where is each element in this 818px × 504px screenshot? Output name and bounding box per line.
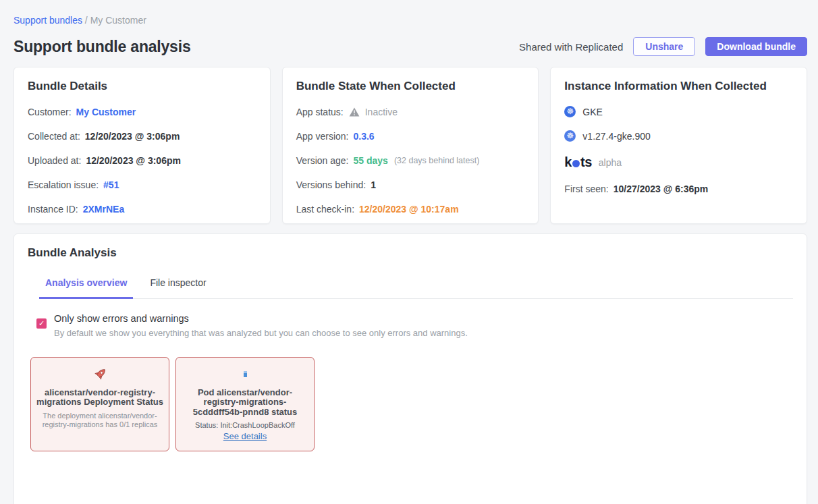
app-status-label: App status: bbox=[296, 107, 344, 117]
instance-id-label: Instance ID: bbox=[28, 204, 78, 215]
unshare-button[interactable]: Unshare bbox=[633, 37, 695, 56]
versions-behind-row: Versions behind: 1 bbox=[296, 179, 525, 190]
bundle-details-title: Bundle Details bbox=[28, 80, 256, 93]
k8s-version-value: v1.27.4-gke.900 bbox=[582, 131, 650, 142]
tab-file-inspector[interactable]: File inspector bbox=[144, 277, 212, 298]
page-header: Support bundle analysis Shared with Repl… bbox=[13, 37, 807, 56]
instance-info-card: Instance Information When Collected ☸ GK… bbox=[550, 67, 807, 224]
escalation-issue-link[interactable]: #51 bbox=[103, 179, 119, 190]
instance-id-row: Instance ID: 2XMrNEa bbox=[28, 204, 256, 215]
result-description: The deployment alicenstar/vendor-registr… bbox=[36, 412, 163, 429]
app-version-row: App version: 0.3.6 bbox=[296, 131, 525, 142]
analysis-results: alicenstar/vendor-registry-migrations De… bbox=[30, 357, 793, 451]
instance-id-link[interactable]: 2XMrNEa bbox=[83, 204, 124, 215]
app-status-value: Inactive bbox=[365, 107, 398, 117]
see-details-link[interactable]: See details bbox=[223, 431, 267, 441]
filter-description: By default we show you everything that w… bbox=[54, 328, 468, 338]
result-title: alicenstar/vendor-registry-migrations De… bbox=[36, 388, 163, 408]
k8s-version-row: ☸ v1.27.4-gke.900 bbox=[564, 130, 793, 142]
shared-status-text: Shared with Replicated bbox=[519, 41, 623, 53]
app-version-label: App version: bbox=[296, 131, 349, 142]
kots-logo: kts bbox=[564, 155, 591, 170]
collected-at-row: Collected at: 12/20/2023 @ 3:06pm bbox=[28, 131, 256, 142]
header-actions: Shared with Replicated Unshare Download … bbox=[519, 37, 807, 56]
escalation-issue-label: Escalation issue: bbox=[28, 179, 99, 190]
customer-row: Customer: My Customer bbox=[28, 107, 256, 117]
result-title: Pod alicenstar/vendor-registry-migration… bbox=[182, 388, 308, 417]
collected-at-label: Collected at: bbox=[28, 131, 80, 142]
distribution-value: GKE bbox=[582, 107, 603, 117]
version-age-value: 55 days bbox=[354, 155, 388, 166]
kots-logo-k: k bbox=[564, 155, 572, 170]
kubernetes-icon: ☸ bbox=[564, 130, 576, 142]
first-seen-label: First seen: bbox=[564, 184, 608, 194]
last-checkin-row: Last check-in: 12/20/2023 @ 10:17am bbox=[296, 204, 525, 215]
app-status-row: App status: Inactive bbox=[296, 107, 525, 117]
filter-text: Only show errors and warnings By default… bbox=[54, 313, 468, 338]
version-age-label: Version age: bbox=[296, 155, 349, 166]
breadcrumb-current: My Customer bbox=[90, 15, 146, 26]
bundle-state-title: Bundle State When Collected bbox=[296, 80, 525, 93]
image-placeholder-icon bbox=[182, 366, 308, 382]
uploaded-at-value: 12/20/2023 @ 3:06pm bbox=[86, 155, 181, 166]
only-errors-checkbox[interactable]: ✓ bbox=[36, 318, 47, 329]
kots-version-row: kts alpha bbox=[564, 155, 793, 170]
versions-behind-value: 1 bbox=[371, 179, 376, 190]
versions-behind-label: Versions behind: bbox=[296, 179, 366, 190]
bundle-state-card: Bundle State When Collected App status: … bbox=[282, 67, 539, 224]
analysis-tabs: Analysis overview File inspector bbox=[39, 277, 793, 299]
breadcrumb: Support bundles / My Customer bbox=[13, 13, 807, 26]
kots-version-value: alpha bbox=[599, 157, 622, 168]
result-status: Status: Init:CrashLoopBackOff bbox=[182, 421, 308, 429]
bundle-analysis-card: Bundle Analysis Analysis overview File i… bbox=[13, 233, 807, 504]
distribution-row: ☸ GKE bbox=[564, 106, 793, 117]
uploaded-at-row: Uploaded at: 12/20/2023 @ 3:06pm bbox=[28, 155, 256, 166]
page-title: Support bundle analysis bbox=[13, 38, 191, 56]
first-seen-value: 10/27/2023 @ 6:36pm bbox=[614, 184, 709, 194]
support-bundle-analysis-page: Support bundles / My Customer Support bu… bbox=[0, 0, 818, 504]
breadcrumb-separator: / bbox=[85, 15, 88, 26]
kots-logo-o-icon bbox=[572, 160, 580, 167]
summary-cards-row: Bundle Details Customer: My Customer Col… bbox=[13, 67, 807, 224]
bundle-analysis-title: Bundle Analysis bbox=[28, 246, 793, 260]
filter-label[interactable]: Only show errors and warnings bbox=[54, 313, 468, 324]
customer-label: Customer: bbox=[28, 107, 72, 117]
first-seen-row: First seen: 10/27/2023 @ 6:36pm bbox=[564, 184, 793, 194]
app-version-link[interactable]: 0.3.6 bbox=[354, 131, 375, 142]
kots-logo-ts: ts bbox=[580, 155, 592, 170]
escalation-issue-row: Escalation issue: #51 bbox=[28, 179, 256, 190]
download-bundle-button[interactable]: Download bundle bbox=[705, 37, 807, 56]
kubernetes-icon: ☸ bbox=[564, 106, 576, 117]
errors-warnings-filter: ✓ Only show errors and warnings By defau… bbox=[36, 313, 793, 338]
pod-status-result-card: Pod alicenstar/vendor-registry-migration… bbox=[175, 357, 315, 451]
last-checkin-value: 12/20/2023 @ 10:17am bbox=[359, 204, 459, 215]
collected-at-value: 12/20/2023 @ 3:06pm bbox=[85, 131, 180, 142]
warning-triangle-icon bbox=[349, 107, 360, 117]
instance-info-title: Instance Information When Collected bbox=[564, 80, 793, 93]
rocket-icon bbox=[36, 366, 163, 382]
customer-link[interactable]: My Customer bbox=[76, 107, 136, 117]
tab-analysis-overview[interactable]: Analysis overview bbox=[39, 277, 133, 299]
last-checkin-label: Last check-in: bbox=[296, 204, 354, 215]
version-age-note: (32 days behind latest) bbox=[394, 156, 479, 165]
bundle-details-card: Bundle Details Customer: My Customer Col… bbox=[13, 67, 271, 224]
breadcrumb-support-bundles-link[interactable]: Support bundles bbox=[13, 15, 82, 26]
version-age-row: Version age: 55 days (32 days behind lat… bbox=[296, 155, 525, 166]
uploaded-at-label: Uploaded at: bbox=[28, 155, 81, 166]
deployment-status-result-card: alicenstar/vendor-registry-migrations De… bbox=[30, 357, 169, 451]
